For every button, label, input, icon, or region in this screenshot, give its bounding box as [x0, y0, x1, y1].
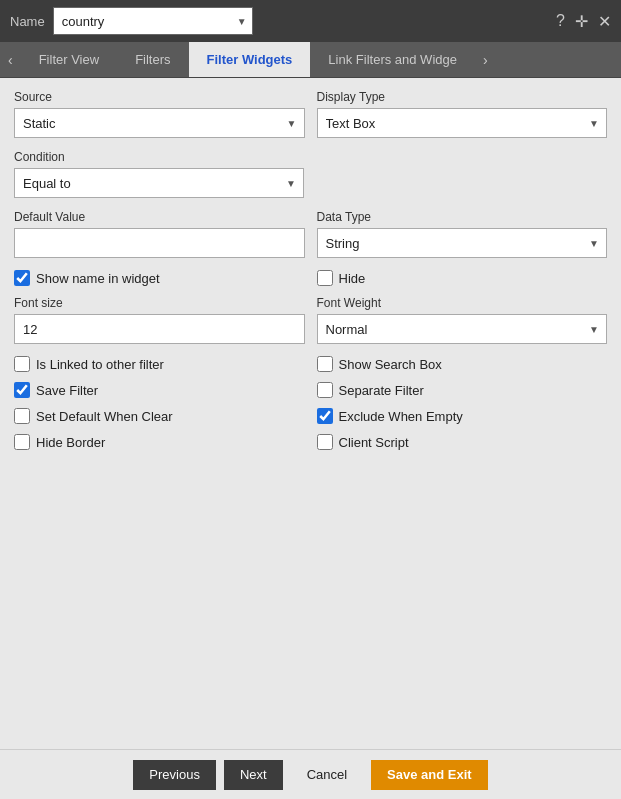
- show-name-checkbox[interactable]: [14, 270, 30, 286]
- is-linked-checkbox-group: Is Linked to other filter: [14, 356, 305, 372]
- show-name-checkbox-group: Show name in widget: [14, 270, 305, 286]
- hide-border-checkbox-group: Hide Border: [14, 434, 305, 450]
- data-type-select[interactable]: String Number Date: [317, 228, 608, 258]
- tab-link-filters[interactable]: Link Filters and Widge: [310, 42, 475, 77]
- separate-filter-checkbox-label[interactable]: Separate Filter: [339, 383, 424, 398]
- client-script-checkbox-label[interactable]: Client Script: [339, 435, 409, 450]
- display-type-select-wrap: Text Box Dropdown Radio ▼: [317, 108, 608, 138]
- tab-filter-view[interactable]: Filter View: [21, 42, 117, 77]
- save-filter-separate-row: Save Filter Separate Filter: [14, 382, 607, 398]
- show-name-hide-row: Show name in widget Hide: [14, 270, 607, 286]
- condition-row: Condition Equal to Not Equal to Contains…: [14, 150, 607, 198]
- footer: Previous Next Cancel Save and Exit: [0, 749, 621, 799]
- save-filter-checkbox-group: Save Filter: [14, 382, 305, 398]
- display-type-select[interactable]: Text Box Dropdown Radio: [317, 108, 608, 138]
- tab-filter-widgets[interactable]: Filter Widgets: [189, 42, 311, 77]
- font-weight-label: Font Weight: [317, 296, 608, 310]
- tabs-bar: ‹ Filter View Filters Filter Widgets Lin…: [0, 42, 621, 78]
- previous-button[interactable]: Previous: [133, 760, 216, 790]
- client-script-checkbox-group: Client Script: [317, 434, 608, 450]
- save-filter-checkbox-label[interactable]: Save Filter: [36, 383, 98, 398]
- name-input[interactable]: [53, 7, 253, 35]
- condition-select[interactable]: Equal to Not Equal to Contains: [14, 168, 304, 198]
- header-icons: ? ✛ ✕: [556, 12, 611, 31]
- default-value-input[interactable]: [14, 228, 305, 258]
- help-icon[interactable]: ?: [556, 12, 565, 30]
- source-select[interactable]: Static Dynamic: [14, 108, 305, 138]
- data-type-label: Data Type: [317, 210, 608, 224]
- source-group: Source Static Dynamic ▼: [14, 90, 305, 138]
- display-type-group: Display Type Text Box Dropdown Radio ▼: [317, 90, 608, 138]
- exclude-when-empty-checkbox[interactable]: [317, 408, 333, 424]
- font-row: Font size Font Weight Normal Bold Light …: [14, 296, 607, 344]
- set-default-when-clear-checkbox[interactable]: [14, 408, 30, 424]
- hide-checkbox-label[interactable]: Hide: [339, 271, 366, 286]
- show-search-box-checkbox-label[interactable]: Show Search Box: [339, 357, 442, 372]
- show-search-box-checkbox[interactable]: [317, 356, 333, 372]
- separate-filter-checkbox[interactable]: [317, 382, 333, 398]
- header-left: Name ▼: [10, 7, 253, 35]
- is-linked-checkbox-label[interactable]: Is Linked to other filter: [36, 357, 164, 372]
- exclude-when-empty-checkbox-group: Exclude When Empty: [317, 408, 608, 424]
- show-name-checkbox-label[interactable]: Show name in widget: [36, 271, 160, 286]
- condition-group: Condition Equal to Not Equal to Contains…: [14, 150, 304, 198]
- source-displaytype-row: Source Static Dynamic ▼ Display Type Tex…: [14, 90, 607, 138]
- defaultvalue-datatype-row: Default Value Data Type String Number Da…: [14, 210, 607, 258]
- main-content: Source Static Dynamic ▼ Display Type Tex…: [0, 78, 621, 749]
- display-type-label: Display Type: [317, 90, 608, 104]
- name-label: Name: [10, 14, 45, 29]
- tab-left-arrow-icon[interactable]: ‹: [0, 42, 21, 77]
- data-type-group: Data Type String Number Date ▼: [317, 210, 608, 258]
- cancel-button[interactable]: Cancel: [291, 760, 363, 790]
- source-label: Source: [14, 90, 305, 104]
- set-default-exclude-row: Set Default When Clear Exclude When Empt…: [14, 408, 607, 424]
- condition-select-wrap: Equal to Not Equal to Contains ▼: [14, 168, 304, 198]
- separate-filter-checkbox-group: Separate Filter: [317, 382, 608, 398]
- font-weight-select[interactable]: Normal Bold Light: [317, 314, 608, 344]
- save-filter-checkbox[interactable]: [14, 382, 30, 398]
- default-value-label: Default Value: [14, 210, 305, 224]
- hide-border-checkbox-label[interactable]: Hide Border: [36, 435, 105, 450]
- font-weight-select-wrap: Normal Bold Light ▼: [317, 314, 608, 344]
- hide-border-client-script-row: Hide Border Client Script: [14, 434, 607, 450]
- move-icon[interactable]: ✛: [575, 12, 588, 31]
- exclude-when-empty-checkbox-label[interactable]: Exclude When Empty: [339, 409, 463, 424]
- font-size-group: Font size: [14, 296, 305, 344]
- data-type-select-wrap: String Number Date ▼: [317, 228, 608, 258]
- close-icon[interactable]: ✕: [598, 12, 611, 31]
- header: Name ▼ ? ✛ ✕: [0, 0, 621, 42]
- set-default-checkbox-group: Set Default When Clear: [14, 408, 305, 424]
- next-button[interactable]: Next: [224, 760, 283, 790]
- name-input-wrap: ▼: [53, 7, 253, 35]
- tab-right-arrow-icon[interactable]: ›: [475, 42, 496, 77]
- save-exit-button[interactable]: Save and Exit: [371, 760, 488, 790]
- font-weight-group: Font Weight Normal Bold Light ▼: [317, 296, 608, 344]
- font-size-label: Font size: [14, 296, 305, 310]
- hide-checkbox[interactable]: [317, 270, 333, 286]
- tab-filters[interactable]: Filters: [117, 42, 188, 77]
- source-select-wrap: Static Dynamic ▼: [14, 108, 305, 138]
- font-size-input[interactable]: [14, 314, 305, 344]
- show-search-box-checkbox-group: Show Search Box: [317, 356, 608, 372]
- client-script-checkbox[interactable]: [317, 434, 333, 450]
- linked-searchbox-row: Is Linked to other filter Show Search Bo…: [14, 356, 607, 372]
- default-value-group: Default Value: [14, 210, 305, 258]
- hide-border-checkbox[interactable]: [14, 434, 30, 450]
- is-linked-checkbox[interactable]: [14, 356, 30, 372]
- hide-checkbox-group: Hide: [317, 270, 608, 286]
- condition-label: Condition: [14, 150, 304, 164]
- set-default-when-clear-checkbox-label[interactable]: Set Default When Clear: [36, 409, 173, 424]
